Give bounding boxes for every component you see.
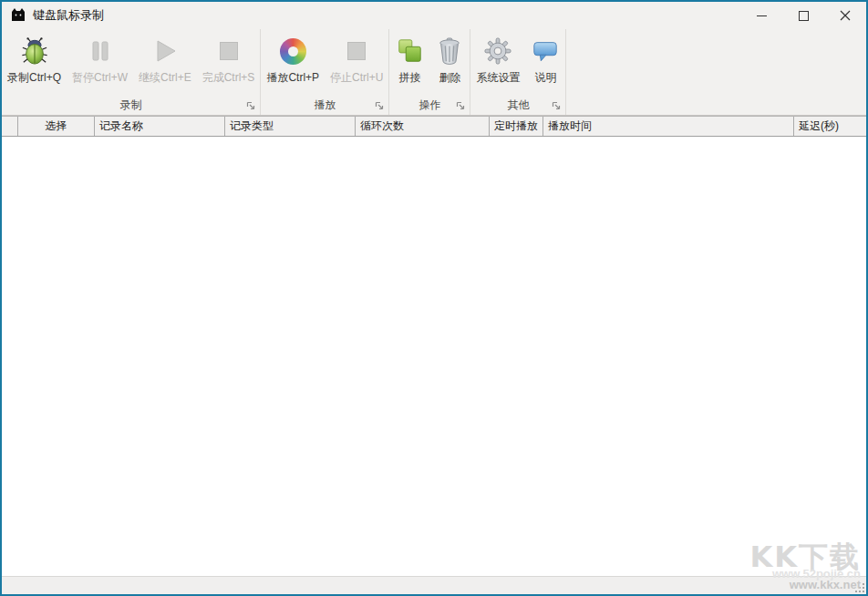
maximize-button[interactable] bbox=[782, 2, 824, 29]
titlebar: 键盘鼠标录制 bbox=[2, 2, 866, 29]
ribbon-empty-area bbox=[566, 29, 866, 115]
record-list-body[interactable] bbox=[2, 137, 866, 576]
finish-icon bbox=[214, 36, 243, 66]
record-button-label: 录制Ctrl+Q bbox=[7, 70, 61, 86]
dialog-launcher-icon[interactable] bbox=[375, 101, 385, 111]
finish-button-label: 完成Ctrl+S bbox=[202, 70, 255, 86]
column-header-play-time[interactable]: 播放时间 bbox=[543, 117, 794, 136]
status-bar bbox=[2, 576, 866, 594]
record-button[interactable]: 录制Ctrl+Q bbox=[2, 33, 67, 96]
dialog-launcher-icon[interactable] bbox=[246, 101, 256, 111]
column-header-rowselector[interactable] bbox=[2, 117, 18, 136]
stop-button-label: 停止Ctrl+U bbox=[330, 70, 383, 86]
delete-button-label: 删除 bbox=[439, 70, 460, 86]
stop-button[interactable]: 停止Ctrl+U bbox=[325, 33, 388, 96]
window-controls bbox=[740, 2, 866, 29]
play-button[interactable]: 播放Ctrl+P bbox=[261, 33, 325, 96]
pause-button[interactable]: 暂停Ctrl+W bbox=[67, 33, 133, 96]
column-header-select[interactable]: 选择 bbox=[18, 117, 95, 136]
ribbon-toolbar: 录制Ctrl+Q 暂停Ctrl+W bbox=[2, 29, 866, 116]
ribbon-group-other: 系统设置 说明 其他 bbox=[470, 29, 566, 115]
stop-icon bbox=[342, 36, 371, 66]
resume-button[interactable]: 继续Ctrl+E bbox=[133, 33, 197, 96]
close-icon bbox=[840, 10, 851, 21]
pause-button-label: 暂停Ctrl+W bbox=[72, 70, 128, 86]
help-button-label: 说明 bbox=[534, 70, 556, 86]
ribbon-group-play: 播放Ctrl+P 停止Ctrl+U 播放 bbox=[261, 29, 389, 115]
ribbon-group-record: 录制Ctrl+Q 暂停Ctrl+W bbox=[2, 29, 261, 115]
dialog-launcher-icon[interactable] bbox=[552, 101, 562, 111]
system-settings-button[interactable]: 系统设置 bbox=[470, 33, 525, 96]
app-window: 键盘鼠标录制 bbox=[0, 0, 868, 596]
resume-icon bbox=[150, 36, 180, 66]
ribbon-group-operations: 拼接 删除 操作 bbox=[389, 29, 470, 115]
splice-button[interactable]: 拼接 bbox=[389, 33, 429, 96]
trash-icon bbox=[435, 36, 464, 66]
minimize-icon bbox=[757, 11, 767, 21]
play-donut-icon bbox=[278, 36, 307, 66]
dialog-launcher-icon[interactable] bbox=[456, 101, 466, 111]
column-header-timed-play[interactable]: 定时播放 bbox=[490, 117, 543, 136]
group-label-play: 播放 bbox=[261, 98, 388, 113]
maximize-icon bbox=[799, 11, 809, 21]
splice-icon bbox=[395, 36, 424, 66]
group-label-record: 录制 bbox=[2, 98, 260, 113]
system-settings-button-label: 系统设置 bbox=[476, 70, 520, 86]
help-button[interactable]: 说明 bbox=[525, 33, 565, 96]
delete-button[interactable]: 删除 bbox=[429, 33, 470, 96]
column-header-loop-count[interactable]: 循环次数 bbox=[356, 117, 490, 136]
bug-icon bbox=[20, 36, 49, 66]
minimize-button[interactable] bbox=[740, 2, 782, 29]
resize-grip[interactable] bbox=[854, 582, 865, 593]
pause-icon bbox=[86, 36, 115, 66]
app-cat-icon bbox=[10, 7, 26, 24]
settings-gear-icon bbox=[483, 36, 512, 66]
resume-button-label: 继续Ctrl+E bbox=[139, 70, 191, 86]
finish-button[interactable]: 完成Ctrl+S bbox=[197, 33, 261, 96]
help-bubble-icon bbox=[531, 36, 560, 66]
record-list-header: 选择 记录名称 记录类型 循环次数 定时播放 播放时间 延迟(秒) bbox=[2, 116, 866, 137]
column-header-record-type[interactable]: 记录类型 bbox=[225, 117, 356, 136]
window-title: 键盘鼠标录制 bbox=[33, 7, 104, 24]
splice-button-label: 拼接 bbox=[398, 70, 420, 86]
play-button-label: 播放Ctrl+P bbox=[266, 70, 319, 86]
close-button[interactable] bbox=[824, 2, 866, 29]
column-header-record-name[interactable]: 记录名称 bbox=[95, 117, 225, 136]
column-header-delay-seconds[interactable]: 延迟(秒) bbox=[794, 117, 866, 136]
